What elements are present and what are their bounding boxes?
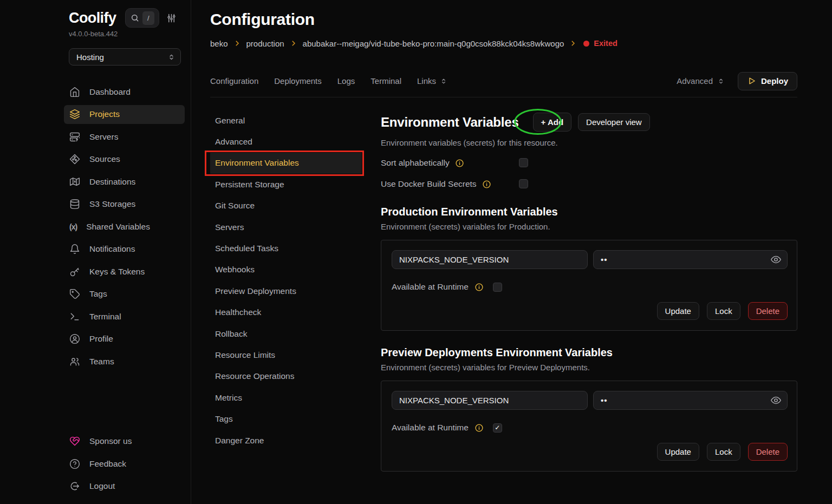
subnav-item-tags[interactable]: Tags: [210, 408, 362, 429]
sidebar-item-label: Projects: [89, 109, 120, 119]
sidebar-item-profile[interactable]: Profile: [0, 328, 191, 351]
tab-label: Terminal: [370, 76, 401, 86]
lock-button[interactable]: Lock: [707, 302, 740, 320]
update-button[interactable]: Update: [657, 443, 699, 461]
sidebar-item-servers[interactable]: Servers: [0, 126, 191, 148]
resource-tabbar: Configuration Deployments Logs Terminal …: [210, 72, 797, 97]
subnav-item-persistent-storage[interactable]: Persistent Storage: [210, 174, 362, 195]
reveal-value-button[interactable]: [770, 254, 782, 265]
sidebar-item-label: S3 Storages: [89, 199, 135, 209]
sidebar-item-dashboard[interactable]: Dashboard: [0, 81, 191, 103]
chevron-updown-icon: [440, 77, 447, 85]
sidebar-item-projects[interactable]: Projects: [0, 103, 191, 126]
info-icon[interactable]: [474, 283, 484, 292]
chevron-right-icon: [233, 40, 241, 47]
sidebar-item-label: Shared Variables: [86, 222, 150, 232]
chevron-right-icon: [569, 40, 577, 47]
developer-view-button[interactable]: Developer view: [578, 113, 650, 131]
team-selector[interactable]: Hosting: [69, 48, 181, 66]
settings-button[interactable]: [166, 13, 177, 23]
bell-icon: [69, 244, 80, 254]
git-source-icon: [69, 154, 80, 165]
sliders-icon: [166, 13, 177, 23]
subnav-item-general[interactable]: General: [210, 110, 362, 131]
update-button[interactable]: Update: [657, 302, 699, 320]
chevron-updown-icon: [717, 77, 725, 85]
production-section-subtitle: Environment (secrets) variables for Prod…: [381, 221, 797, 232]
sidebar-item-label: Dashboard: [89, 87, 131, 97]
search-button[interactable]: /: [125, 8, 159, 28]
tab-terminal[interactable]: Terminal: [370, 76, 401, 86]
tab-links[interactable]: Links: [417, 76, 447, 86]
info-icon[interactable]: [482, 180, 491, 189]
tab-label: Links: [417, 76, 436, 86]
sidebar-item-tags[interactable]: Tags: [0, 283, 191, 306]
server-icon: [69, 132, 80, 142]
sort-alphabetically-checkbox[interactable]: [519, 158, 528, 167]
teams-icon: [69, 356, 80, 367]
breadcrumb-resource[interactable]: abubakar--meigag/vid-tube-beko-pro:main-…: [303, 39, 564, 48]
subnav-item-resource-operations[interactable]: Resource Operations: [210, 366, 362, 387]
tab-logs[interactable]: Logs: [337, 76, 355, 86]
sidebar-item-shared-variables[interactable]: (x) Shared Variables: [0, 215, 191, 238]
sidebar-item-logout[interactable]: Logout: [0, 475, 191, 498]
subnav-item-rollback[interactable]: Rollback: [210, 323, 362, 344]
sidebar-item-feedback[interactable]: Feedback: [0, 453, 191, 475]
deploy-button[interactable]: Deploy: [738, 72, 797, 90]
info-icon[interactable]: [455, 159, 464, 168]
subnav-item-resource-limits[interactable]: Resource Limits: [210, 344, 362, 365]
subnav-item-git-source[interactable]: Git Source: [210, 195, 362, 217]
info-icon[interactable]: [474, 423, 484, 433]
env-variables-subtitle: Environment variables (secrets) for this…: [381, 138, 797, 148]
available-at-runtime-checkbox[interactable]: [493, 283, 502, 292]
delete-button[interactable]: Delete: [748, 443, 788, 461]
variable-value-input[interactable]: [593, 250, 788, 269]
tab-label: Configuration: [210, 76, 258, 86]
sidebar-item-label: Profile: [89, 334, 113, 344]
sidebar-item-sources[interactable]: Sources: [0, 148, 191, 171]
sidebar-item-destinations[interactable]: Destinations: [0, 171, 191, 193]
tab-configuration[interactable]: Configuration: [210, 76, 258, 86]
docker-build-secrets-checkbox[interactable]: [519, 179, 528, 188]
variable-name-input[interactable]: [392, 250, 588, 269]
sidebar-item-label: Destinations: [89, 177, 135, 187]
delete-button[interactable]: Delete: [748, 302, 788, 320]
subnav-item-metrics[interactable]: Metrics: [210, 387, 362, 408]
subnav-item-scheduled-tasks[interactable]: Scheduled Tasks: [210, 238, 362, 259]
status-dot-icon: [583, 41, 589, 47]
subnav-item-servers[interactable]: Servers: [210, 217, 362, 238]
tab-deployments[interactable]: Deployments: [274, 76, 322, 86]
available-at-runtime-checkbox[interactable]: [493, 423, 502, 433]
sidebar-item-s3-storages[interactable]: S3 Storages: [0, 193, 191, 216]
sidebar-item-terminal[interactable]: Terminal: [0, 305, 191, 328]
play-icon: [747, 76, 756, 86]
subnav-item-webhooks[interactable]: Webhooks: [210, 259, 362, 280]
search-shortcut-key: /: [142, 11, 154, 25]
subnav-item-environment-variables[interactable]: Environment Variables: [210, 153, 362, 174]
reveal-value-button[interactable]: [770, 395, 782, 406]
breadcrumb-project[interactable]: beko: [210, 39, 228, 48]
sidebar-item-teams[interactable]: Teams: [0, 350, 191, 373]
subnav-item-danger-zone[interactable]: Danger Zone: [210, 430, 362, 451]
sidebar-item-label: Tags: [89, 289, 107, 299]
docker-build-secrets-row: Use Docker Build Secrets: [381, 178, 797, 190]
available-at-runtime-row: Available at Runtime: [392, 282, 788, 292]
lock-button[interactable]: Lock: [707, 443, 740, 461]
breadcrumb-environment[interactable]: production: [246, 39, 284, 48]
subnav-item-advanced[interactable]: Advanced: [210, 131, 362, 152]
sidebar-item-keys-tokens[interactable]: Keys & Tokens: [0, 260, 191, 283]
subnav-item-healthcheck[interactable]: Healthcheck: [210, 302, 362, 323]
variable-name-input[interactable]: [392, 391, 588, 410]
sidebar-item-label: Keys & Tokens: [89, 267, 145, 277]
app-root: Coolify / v4.0.0-beta.442 Hosting: [0, 0, 832, 504]
advanced-label: Advanced: [677, 76, 713, 86]
env-variables-title: Environment Variables: [381, 115, 519, 130]
page-header: Configuration beko production abubakar--…: [210, 0, 797, 49]
subnav-item-preview-deployments[interactable]: Preview Deployments: [210, 280, 362, 302]
sidebar-item-sponsor-us[interactable]: Sponsor us: [0, 430, 191, 453]
sidebar-item-notifications[interactable]: Notifications: [0, 238, 191, 261]
tab-label: Deployments: [274, 76, 322, 86]
advanced-dropdown[interactable]: Advanced: [677, 76, 725, 86]
add-variable-button[interactable]: + Add: [533, 113, 572, 132]
variable-value-input[interactable]: [593, 391, 788, 410]
